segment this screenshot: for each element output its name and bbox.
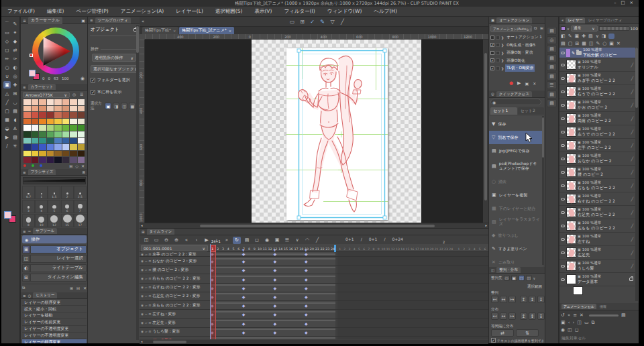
panel-menu-icon[interactable]: ≡ [23, 229, 26, 233]
auto-action-preset-dropdown[interactable]: アニメーション/Autoセット∨ [490, 25, 532, 32]
chevron-down-icon[interactable]: ∨ [567, 27, 570, 31]
auto-action-item-2[interactable]: ❯画像OBJ・変倍 [490, 49, 544, 56]
frame-24[interactable]: 24 [330, 247, 335, 251]
tab-timeline[interactable]: タイムライン [147, 229, 175, 235]
history-item-2[interactable]: レイヤーを移動 [22, 313, 87, 319]
tool-wand[interactable]: ✴ [11, 29, 19, 36]
keyframe-8-19[interactable]: ◆ [305, 321, 308, 326]
frame2-16[interactable]: 16 [410, 247, 415, 251]
swatch-48[interactable] [23, 138, 31, 144]
eye-icon[interactable] [561, 171, 565, 174]
swatch-34[interactable] [39, 125, 46, 131]
keyframe-4-13[interactable]: ◆ [273, 286, 276, 290]
history-item-0[interactable]: レイヤーの順序変更 [22, 300, 87, 306]
action-sub-checkbox[interactable] [496, 58, 500, 62]
keyframe-6-19[interactable]: ◆ [305, 303, 308, 308]
tl-zoomin-icon[interactable]: ⊕ [172, 237, 180, 244]
cel-slider[interactable] [589, 314, 619, 316]
eye-icon[interactable] [561, 238, 565, 241]
expand-arrow-icon[interactable]: ❯ [501, 43, 504, 47]
cel-tab-0[interactable]: アニメーションセル [561, 304, 596, 309]
cel-cmd1-0[interactable]: ↺ [561, 312, 565, 318]
tool-grad[interactable]: ▤ [11, 107, 19, 115]
selection-mode-3[interactable]: ▦ [129, 103, 136, 109]
keyframe-9-7[interactable]: ◆ [242, 330, 246, 335]
layer-cmd2-1[interactable]: ▢ [568, 41, 573, 46]
layer-row-17[interactable]: ▣100 %通常データ基本 [559, 273, 636, 286]
layer-row-10[interactable]: ▣100 %通常右もも のコピー 2 2╱ [559, 179, 636, 192]
swatch-78[interactable] [70, 157, 77, 163]
add-swatch-icon[interactable]: ⊞ [69, 164, 72, 168]
layer-cmd1-1[interactable]: ✎ [568, 34, 572, 39]
blend-mode-dropdown[interactable]: 通常∨ [571, 25, 598, 32]
frame2-9[interactable]: 9 [376, 247, 381, 251]
swatch-45[interactable] [62, 131, 70, 137]
tool-balloon[interactable]: ◖ [11, 116, 19, 123]
layer-row-13[interactable]: ▣100 %通常左もも のコピー 2 2╱ [559, 219, 636, 233]
swatch-4[interactable] [54, 99, 62, 105]
cel-cmd2-1[interactable]: ‹ [568, 320, 570, 325]
opacity-slider[interactable] [599, 26, 629, 31]
scroll-left-icon[interactable]: ◂ [141, 223, 143, 227]
swatch-46[interactable] [70, 131, 77, 137]
frame-19[interactable]: 19 [304, 247, 309, 251]
swatch-65[interactable] [32, 151, 39, 157]
canvas-tab-1[interactable]: 格闘Tips下絵_試アニメ*× [179, 27, 234, 34]
canvas-page[interactable] [286, 48, 388, 220]
keyframe-0-19[interactable]: ◆ [305, 252, 308, 256]
keyframe-4-7[interactable]: ◆ [242, 286, 246, 290]
brush-size-17[interactable]: 17 [74, 214, 87, 227]
align-btn-2[interactable]: ↦ [508, 296, 516, 303]
swatch-51[interactable] [47, 138, 54, 144]
frame2-7[interactable]: 7 [366, 247, 371, 251]
swatch-68[interactable] [54, 151, 62, 157]
brush-size-12[interactable]: 12 [48, 214, 60, 227]
layers-tab-0[interactable]: レイヤー [566, 17, 584, 23]
swatch-30[interactable] [70, 119, 77, 125]
history-item-6[interactable]: レイヤーの順序変更 [22, 339, 87, 343]
layer-row-9[interactable]: ▣100 %通常腰 のコピー 2╱ [559, 166, 636, 179]
keyframe-7-13[interactable]: ◆ [273, 312, 276, 316]
tool-mix[interactable]: ◒ [3, 125, 11, 132]
layer-row-1[interactable]: ▣100 %通常オリジナル╱ [559, 58, 636, 72]
swatch-50[interactable] [39, 138, 46, 144]
frame2-6[interactable]: 6 [362, 247, 366, 251]
align-target-btn-0[interactable]: ▭ [504, 275, 510, 281]
eye-icon[interactable] [561, 265, 565, 268]
frame2-12[interactable]: 12 [390, 247, 395, 251]
tool-air[interactable]: ○ [3, 64, 11, 71]
swatch-54[interactable] [70, 138, 77, 144]
tab-sub-tool[interactable]: サブツール [33, 228, 57, 234]
eye-icon[interactable] [561, 131, 565, 133]
cel-cmd1-1[interactable]: « [568, 312, 570, 318]
history-item-4[interactable]: レイヤーの不透明度変更 [22, 326, 87, 332]
cel-cmd2-2[interactable]: › [572, 320, 574, 325]
window-control-2[interactable]: × [630, 0, 633, 5]
action-checkbox[interactable]: ✓ [490, 43, 494, 47]
swatch-19[interactable] [47, 112, 54, 118]
swatch-2[interactable] [39, 99, 46, 105]
menu-item-3[interactable]: アニメーション(A) [115, 7, 170, 16]
align-btn-0[interactable]: ↤ [491, 296, 498, 303]
scrollbar[interactable] [635, 48, 638, 301]
selection-mode-0[interactable]: ▣ [105, 103, 111, 109]
swatch-49[interactable] [32, 138, 39, 144]
swatch-5[interactable] [62, 99, 70, 105]
search-icon[interactable]: ◎ [72, 92, 76, 97]
layer-row-2[interactable]: ▣100 %通常みぎ手 のコピー 2 2╱ [559, 72, 636, 85]
brush-size-5[interactable]: 5 [48, 200, 60, 213]
align-btn-4[interactable]: ↕ [529, 296, 536, 303]
qa-item-8[interactable]: ◆塗りつぶし [489, 229, 543, 242]
swatch-75[interactable] [47, 157, 54, 163]
panel-dock-icon[interactable]: ▣ [81, 18, 85, 23]
auto-action-item-1[interactable]: ✓❯OBJ生成・画像5 [490, 42, 544, 49]
swatch-79[interactable] [78, 157, 85, 163]
layer-row-12[interactable]: ▣100 %通常右足先 のコピー 2 2╱ [559, 206, 636, 219]
action-sub-checkbox[interactable] [496, 66, 500, 70]
swatch-15[interactable] [78, 106, 85, 112]
swatch-74[interactable] [39, 157, 46, 163]
swatch-55[interactable] [78, 138, 85, 144]
keyframe-8-13[interactable]: ◆ [273, 321, 276, 326]
remove-subtool-icon[interactable]: ⊟ [76, 286, 80, 290]
auto-action-item-0[interactable]: ❯オートアクション 1 [490, 34, 544, 41]
